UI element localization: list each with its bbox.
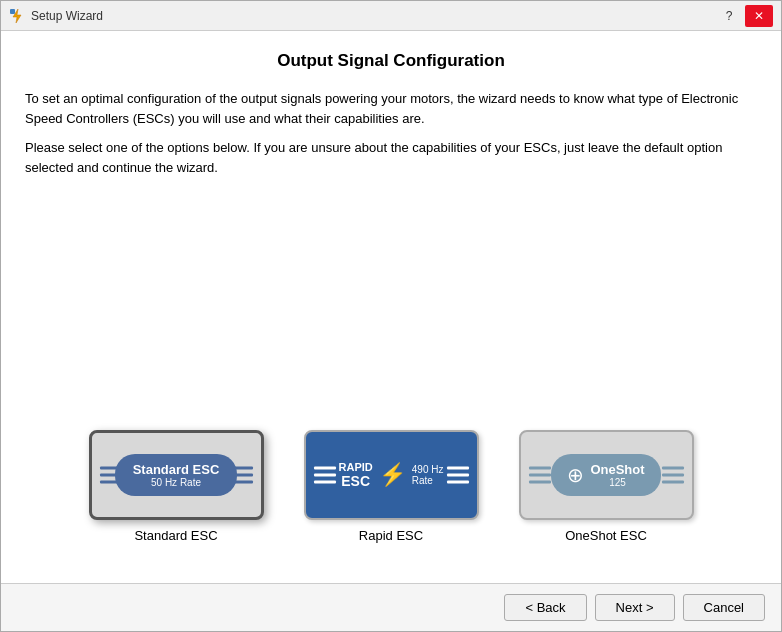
standard-esc-inner: Standard ESC 50 Hz Rate (92, 433, 261, 517)
rapid-badge-right: 490 Hz Rate (412, 464, 444, 486)
rapid-esc-label: Rapid ESC (359, 528, 423, 543)
lightning-icon: ⚡ (379, 462, 406, 488)
rapid-esc-card[interactable]: RAPID ESC ⚡ 490 Hz Rate (304, 430, 479, 520)
oneshot-name-text: OneShot (590, 462, 644, 477)
rapid-esc-option[interactable]: RAPID ESC ⚡ 490 Hz Rate (304, 430, 479, 543)
rapid-conn-2 (314, 474, 336, 477)
cancel-button[interactable]: Cancel (683, 594, 765, 621)
close-button[interactable]: ✕ (745, 5, 773, 27)
rapid-conn-5 (447, 474, 469, 477)
oneshot-esc-option[interactable]: ⊕ OneShot 125 OneShot ESC (519, 430, 694, 543)
oneshot-connector-left (529, 467, 551, 484)
back-button[interactable]: < Back (504, 594, 586, 621)
page-title: Output Signal Configuration (25, 51, 757, 71)
rapid-badge: RAPID ESC ⚡ 490 Hz Rate (339, 461, 444, 489)
setup-wizard-window: Setup Wizard ? ✕ Output Signal Configura… (0, 0, 782, 632)
rapid-rate: Rate (412, 475, 433, 486)
standard-esc-card[interactable]: Standard ESC 50 Hz Rate (89, 430, 264, 520)
oneshot-conn-6 (662, 481, 684, 484)
standard-esc-name: Standard ESC (133, 462, 220, 477)
standard-esc-option[interactable]: Standard ESC 50 Hz Rate Standard ESC (89, 430, 264, 543)
rapid-badge-left: RAPID ESC (339, 461, 373, 489)
footer: < Back Next > Cancel (1, 583, 781, 631)
rapid-conn-1 (314, 467, 336, 470)
standard-esc-label: Standard ESC (134, 528, 217, 543)
oneshot-esc-label: OneShot ESC (565, 528, 647, 543)
rapid-name-text: RAPID (339, 461, 373, 473)
rapid-esc-text: ESC (341, 473, 370, 489)
description-1: To set an optimal configuration of the o… (25, 89, 757, 128)
rapid-esc-inner: RAPID ESC ⚡ 490 Hz Rate (306, 432, 477, 518)
rapid-connector-left (314, 467, 336, 484)
wizard-icon (9, 8, 25, 24)
rapid-conn-4 (447, 467, 469, 470)
oneshot-conn-2 (529, 474, 551, 477)
oneshot-connector-right (662, 467, 684, 484)
help-button[interactable]: ? (715, 5, 743, 27)
main-content: Output Signal Configuration To set an op… (1, 31, 781, 583)
rapid-conn-6 (447, 481, 469, 484)
rapid-freq: 490 Hz (412, 464, 444, 475)
oneshot-badge: ⊕ OneShot 125 (551, 454, 660, 496)
oneshot-conn-3 (529, 481, 551, 484)
esc-options: Standard ESC 50 Hz Rate Standard ESC (25, 430, 757, 553)
oneshot-conn-4 (662, 467, 684, 470)
next-button[interactable]: Next > (595, 594, 675, 621)
description: To set an optimal configuration of the o… (25, 89, 757, 187)
standard-badge: Standard ESC 50 Hz Rate (115, 454, 238, 496)
oneshot-esc-card[interactable]: ⊕ OneShot 125 (519, 430, 694, 520)
target-icon: ⊕ (567, 463, 584, 487)
oneshot-conn-1 (529, 467, 551, 470)
oneshot-num-text: 125 (590, 477, 644, 488)
oneshot-conn-5 (662, 474, 684, 477)
rapid-connector-right (447, 467, 469, 484)
titlebar: Setup Wizard ? ✕ (1, 1, 781, 31)
oneshot-text: OneShot 125 (590, 462, 644, 488)
description-2: Please select one of the options below. … (25, 138, 757, 177)
window-title: Setup Wizard (31, 9, 715, 23)
standard-esc-rate: 50 Hz Rate (133, 477, 220, 488)
oneshot-esc-inner: ⊕ OneShot 125 (521, 432, 692, 518)
rapid-conn-3 (314, 481, 336, 484)
window-controls: ? ✕ (715, 5, 773, 27)
svg-rect-1 (10, 9, 15, 14)
